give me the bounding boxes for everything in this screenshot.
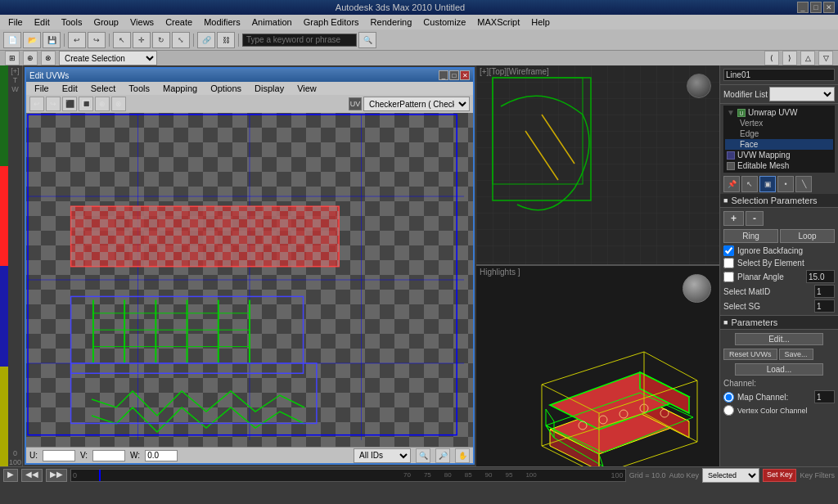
uv-menu-file[interactable]: File: [29, 83, 54, 94]
sub-toolbar-icon-1[interactable]: ⊞: [5, 51, 20, 65]
minimize-button[interactable]: _: [797, 2, 809, 13]
loop-button[interactable]: Loop: [780, 229, 835, 243]
sidebar-face-icon[interactable]: ▣: [759, 176, 776, 192]
menu-modifiers[interactable]: Modifiers: [199, 16, 246, 28]
uv-menu-edit[interactable]: Edit: [57, 83, 83, 94]
uv-menu-select[interactable]: Select: [86, 83, 121, 94]
uv-menu-options[interactable]: Options: [205, 83, 246, 94]
timeline-bar[interactable]: 0 100 70 75 80 85 90 95 100: [70, 469, 626, 482]
toolbar-open[interactable]: 📂: [23, 32, 41, 48]
sidebar-edge-icon[interactable]: ╲: [795, 176, 812, 192]
map-channel-radio[interactable]: [723, 392, 734, 403]
maximize-button[interactable]: □: [810, 2, 822, 13]
checker-pattern-dropdown[interactable]: CheckerPattern ( Checker ): [363, 97, 470, 111]
uv-canvas[interactable]: [26, 113, 473, 447]
toolbar-search[interactable]: 🔍: [358, 32, 376, 48]
planar-angle-checkbox[interactable]: [723, 272, 734, 282]
menu-graph-editors[interactable]: Graph Editors: [299, 16, 364, 28]
reset-uvws-button[interactable]: Reset UVWs: [723, 349, 777, 360]
uv-u-input[interactable]: [43, 450, 75, 461]
menu-group[interactable]: Group: [88, 16, 124, 28]
next-frame-button[interactable]: ▶▶: [46, 469, 67, 482]
prev-frame-button[interactable]: ◀◀: [21, 469, 43, 482]
uv-w-input[interactable]: [145, 450, 178, 461]
menu-maxscript[interactable]: MAXScript: [472, 16, 525, 28]
sub-toolbar-icon-2[interactable]: ⊕: [23, 51, 38, 65]
sidebar-pin-icon[interactable]: 📌: [723, 176, 740, 192]
selected-dropdown[interactable]: Selected: [702, 468, 759, 483]
menu-animation[interactable]: Animation: [247, 16, 297, 28]
sidebar-vertex-icon[interactable]: •: [777, 176, 794, 192]
modifier-face[interactable]: Face: [725, 139, 833, 150]
modifier-list-dropdown[interactable]: [769, 87, 835, 101]
select-by-element-checkbox[interactable]: [723, 258, 734, 268]
select-sg-input[interactable]: [814, 299, 835, 313]
modifier-vertex[interactable]: Vertex: [725, 118, 833, 128]
uv-toolbar-btn-5[interactable]: ⊕: [95, 97, 110, 111]
uv-zoom-out[interactable]: 🔎: [435, 448, 450, 463]
menu-customize[interactable]: Customize: [418, 16, 471, 28]
vertex-color-radio[interactable]: [723, 405, 734, 416]
uv-menu-tools[interactable]: Tools: [124, 83, 155, 94]
uv-menu-view[interactable]: View: [292, 83, 322, 94]
uv-toolbar-btn-1[interactable]: ↩: [29, 97, 44, 111]
save-button[interactable]: Save...: [779, 349, 813, 360]
toolbar-select[interactable]: ↖: [113, 32, 131, 48]
toolbar-move[interactable]: ✛: [133, 32, 151, 48]
menu-edit[interactable]: Edit: [29, 16, 55, 28]
modifier-unwrap-uvw[interactable]: ▼ U Unwrap UVW: [725, 107, 833, 118]
planar-angle-input[interactable]: [806, 270, 835, 283]
search-input[interactable]: [242, 34, 357, 47]
map-channel-input[interactable]: [814, 390, 835, 403]
menu-file[interactable]: File: [3, 16, 28, 28]
ring-button[interactable]: Ring: [723, 229, 778, 243]
load-button[interactable]: Load...: [735, 363, 824, 376]
uv-menu-mapping[interactable]: Mapping: [158, 83, 202, 94]
uv-pan[interactable]: ✋: [455, 448, 470, 463]
toolbar-save[interactable]: 💾: [43, 32, 61, 48]
uv-toolbar-btn-3[interactable]: ⬛: [62, 97, 77, 111]
toolbar-scale[interactable]: ⤡: [172, 32, 190, 48]
uv-toolbar-btn-4[interactable]: 🔳: [79, 97, 93, 111]
toolbar-undo[interactable]: ↩: [68, 32, 86, 48]
play-button[interactable]: ▶: [3, 469, 18, 482]
toolbar-rotate[interactable]: ↻: [152, 32, 170, 48]
plus-button[interactable]: +: [723, 211, 744, 226]
bottom-right-svg: [476, 266, 719, 466]
sidebar-select-icon[interactable]: ↖: [741, 176, 758, 192]
menu-tools[interactable]: Tools: [56, 16, 88, 28]
uv-close-button[interactable]: ✕: [460, 70, 470, 80]
menu-rendering[interactable]: Rendering: [366, 16, 417, 28]
uv-maximize-button[interactable]: □: [449, 70, 459, 80]
sub-toolbar-icon-4[interactable]: ⟨: [764, 51, 779, 65]
uv-menu-display[interactable]: Display: [250, 83, 289, 94]
uv-v-input[interactable]: [92, 450, 125, 461]
close-button[interactable]: ✕: [823, 2, 835, 13]
set-key-button[interactable]: Set Key: [763, 469, 797, 482]
uv-minimize-button[interactable]: _: [439, 70, 448, 80]
minus-button[interactable]: -: [746, 211, 764, 226]
sub-toolbar-icon-3[interactable]: ⊗: [41, 51, 56, 65]
create-selection-dropdown[interactable]: Create Selection: [59, 51, 157, 65]
uv-toolbar-btn-6[interactable]: ⊗: [111, 97, 126, 111]
sub-toolbar-icon-6[interactable]: △: [800, 51, 815, 65]
modifier-editable-mesh[interactable]: Editable Mesh: [725, 160, 833, 171]
edit-button[interactable]: Edit...: [735, 333, 824, 345]
toolbar-unlink[interactable]: ⛓: [217, 32, 235, 48]
modifier-uvw-mapping[interactable]: UVW Mapping: [725, 150, 833, 160]
menu-help[interactable]: Help: [526, 16, 555, 28]
select-matid-input[interactable]: [814, 285, 835, 298]
object-name-input[interactable]: [723, 69, 835, 81]
all-ids-dropdown[interactable]: All IDs: [354, 448, 411, 463]
menu-views[interactable]: Views: [125, 16, 159, 28]
sub-toolbar-icon-7[interactable]: ▽: [818, 51, 833, 65]
toolbar-new[interactable]: 📄: [3, 32, 21, 48]
uv-zoom-in[interactable]: 🔍: [416, 448, 430, 463]
toolbar-redo[interactable]: ↪: [88, 32, 106, 48]
modifier-edge[interactable]: Edge: [725, 128, 833, 139]
uv-toolbar-btn-2[interactable]: ↪: [46, 97, 61, 111]
toolbar-link[interactable]: 🔗: [197, 32, 215, 48]
ignore-backfacing-checkbox[interactable]: [723, 245, 734, 256]
sub-toolbar-icon-5[interactable]: ⟩: [782, 51, 797, 65]
menu-create[interactable]: Create: [160, 16, 197, 28]
